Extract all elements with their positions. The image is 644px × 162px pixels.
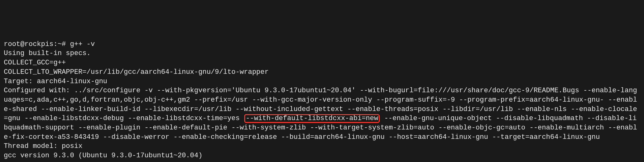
- output-line-thread-model: Thread model: posix: [4, 142, 82, 150]
- output-line-target: Target: aarch64-linux-gnu: [4, 78, 107, 85]
- shell-prompt: root@rockpis:~#: [4, 40, 70, 48]
- terminal-output: root@rockpis:~# g++ -v Using built-in sp…: [4, 40, 640, 160]
- output-line-lto-wrapper: COLLECT_LTO_WRAPPER=/usr/lib/gcc/aarch64…: [4, 68, 269, 76]
- output-line-specs: Using built-in specs.: [4, 49, 91, 57]
- output-line-collect-gcc: COLLECT_GCC=g++: [4, 59, 66, 67]
- highlighted-flag: --with-default-libstdcxx-abi=new: [244, 114, 380, 123]
- command-text: g++ -v: [70, 40, 95, 48]
- output-line-gcc-version: gcc version 9.3.0 (Ubuntu 9.3.0-17ubuntu…: [4, 152, 203, 159]
